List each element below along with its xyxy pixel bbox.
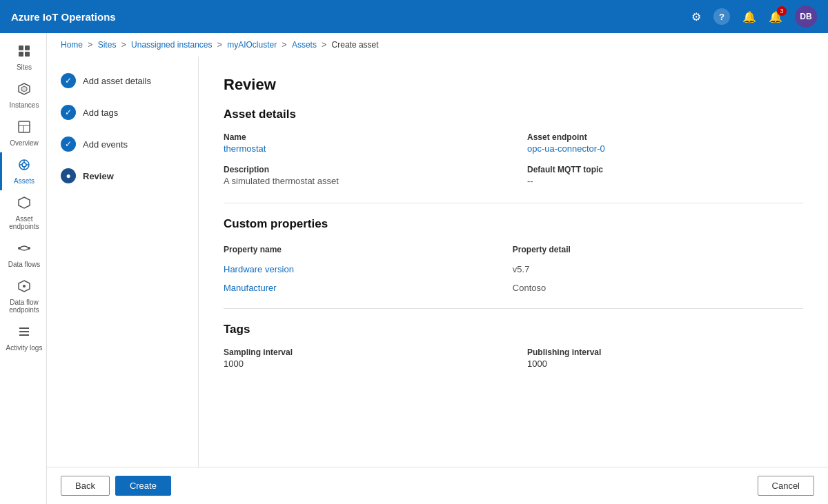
prop-value-0: v5.7 xyxy=(485,260,803,279)
sidebar-item-data-flows-label: Data flows xyxy=(8,261,41,268)
breadcrumb-assets[interactable]: Assets xyxy=(292,40,317,50)
step-label-2: Add tags xyxy=(83,108,118,118)
tags-grid: Sampling interval 1000 Publishing interv… xyxy=(224,347,803,369)
step-circle-3: ✓ xyxy=(61,137,76,152)
sidebar-item-data-flow-endpoints-label: Data flow endpoints xyxy=(5,299,43,314)
breadcrumb-sep-1: > xyxy=(88,40,95,50)
name-field: Name thermostat xyxy=(224,132,500,154)
custom-properties-title: Custom properties xyxy=(224,217,803,231)
sidebar-item-asset-endpoints-label: Asset endpoints xyxy=(5,215,43,230)
svg-marker-15 xyxy=(19,197,30,208)
mqtt-field: Default MQTT topic -- xyxy=(527,165,803,186)
description-field: Description A simulated thermostat asset xyxy=(224,165,500,186)
sidebar-item-activity-logs[interactable]: Activity logs xyxy=(0,319,46,357)
description-value: A simulated thermostat asset xyxy=(224,176,500,186)
svg-rect-2 xyxy=(19,52,23,57)
sidebar-item-activity-logs-label: Activity logs xyxy=(6,344,43,352)
footer: Back Create Cancel xyxy=(47,467,828,504)
svg-rect-1 xyxy=(25,46,30,50)
wizard-step-review[interactable]: ● Review xyxy=(61,168,184,183)
sidebar-item-overview-label: Overview xyxy=(10,139,39,147)
breadcrumb-home[interactable]: Home xyxy=(61,40,83,50)
breadcrumb-sep-4: > xyxy=(282,40,289,50)
wizard-step-add-asset-details[interactable]: ✓ Add asset details xyxy=(61,73,184,88)
divider-1 xyxy=(224,203,803,203)
step-label-3: Add events xyxy=(83,139,128,150)
sidebar-item-data-flows[interactable]: Data flows xyxy=(0,236,46,274)
assets-icon xyxy=(17,158,31,175)
sidebar-item-sites[interactable]: Sites xyxy=(0,39,46,77)
svg-rect-20 xyxy=(19,327,29,329)
sidebar-item-assets-label: Assets xyxy=(14,177,34,185)
step-label-4: Review xyxy=(83,171,114,181)
sidebar-item-instances-label: Instances xyxy=(10,101,39,109)
sampling-label: Sampling interval xyxy=(224,347,500,357)
bell-icon[interactable]: 🔔 xyxy=(742,10,756,23)
svg-rect-6 xyxy=(19,121,30,132)
publishing-label: Publishing interval xyxy=(527,347,803,357)
notification-icon[interactable]: 🔔 3 xyxy=(769,10,782,23)
divider-2 xyxy=(224,308,803,309)
prop-name-1: Manufacturer xyxy=(224,279,485,297)
sidebar-item-data-flow-endpoints[interactable]: Data flow endpoints xyxy=(0,274,46,319)
prop-row-0: Hardware version v5.7 xyxy=(224,260,803,279)
endpoint-value: opc-ua-connector-0 xyxy=(527,143,803,154)
breadcrumb-sep-5: > xyxy=(322,40,328,50)
mqtt-label: Default MQTT topic xyxy=(527,165,803,174)
col-property-name: Property name xyxy=(224,242,485,260)
breadcrumb: Home > Sites > Unassigned instances > my… xyxy=(47,33,828,57)
wizard-step-add-events[interactable]: ✓ Add events xyxy=(61,137,184,152)
sidebar-item-instances[interactable]: Instances xyxy=(0,77,46,114)
breadcrumb-sep-3: > xyxy=(217,40,224,50)
svg-rect-21 xyxy=(19,331,29,332)
name-value: thermostat xyxy=(224,143,500,154)
sidebar-item-assets[interactable]: Assets xyxy=(0,152,46,190)
avatar[interactable]: DB xyxy=(795,6,817,28)
step-label-1: Add asset details xyxy=(83,76,151,86)
overview-icon xyxy=(17,120,31,137)
page-body: ✓ Add asset details ✓ Add tags ✓ Add eve… xyxy=(47,57,828,467)
sidebar-item-overview[interactable]: Overview xyxy=(0,114,46,152)
back-button[interactable]: Back xyxy=(61,476,110,496)
main-layout: Sites Instances Overview Assets Asset en… xyxy=(0,33,828,504)
mqtt-value: -- xyxy=(527,176,803,186)
svg-point-16 xyxy=(18,247,21,250)
svg-point-17 xyxy=(28,247,30,250)
breadcrumb-sep-2: > xyxy=(121,40,128,50)
asset-details-title: Asset details xyxy=(224,108,803,121)
svg-marker-5 xyxy=(21,86,27,92)
description-label: Description xyxy=(224,165,500,174)
breadcrumb-sites[interactable]: Sites xyxy=(98,40,117,50)
sampling-value: 1000 xyxy=(224,359,500,369)
notification-badge: 3 xyxy=(777,6,787,16)
wizard-step-add-tags[interactable]: ✓ Add tags xyxy=(61,105,184,120)
svg-rect-0 xyxy=(19,46,23,50)
sidebar: Sites Instances Overview Assets Asset en… xyxy=(0,33,47,504)
create-button[interactable]: Create xyxy=(115,476,171,496)
topbar: Azure IoT Operations ⚙ ? 🔔 🔔 3 DB xyxy=(0,0,828,33)
prop-name-0: Hardware version xyxy=(224,260,485,279)
tags-title: Tags xyxy=(224,323,803,336)
breadcrumb-cluster[interactable]: myAIOcluster xyxy=(227,40,277,50)
publishing-field: Publishing interval 1000 xyxy=(527,347,803,369)
wizard-panel: ✓ Add asset details ✓ Add tags ✓ Add eve… xyxy=(47,57,199,467)
help-icon[interactable]: ? xyxy=(713,8,730,25)
svg-rect-3 xyxy=(25,52,30,57)
name-label: Name xyxy=(224,132,500,142)
settings-icon[interactable]: ⚙ xyxy=(691,10,701,23)
asset-details-grid: Name thermostat Asset endpoint opc-ua-co… xyxy=(224,132,803,186)
custom-properties-table: Property name Property detail Hardware v… xyxy=(224,242,803,297)
step-circle-4: ● xyxy=(61,168,76,183)
sidebar-item-asset-endpoints[interactable]: Asset endpoints xyxy=(0,190,46,236)
instances-icon xyxy=(17,82,31,99)
endpoint-field: Asset endpoint opc-ua-connector-0 xyxy=(527,132,803,154)
step-circle-2: ✓ xyxy=(61,105,76,120)
svg-point-19 xyxy=(23,285,26,288)
prop-row-1: Manufacturer Contoso xyxy=(224,279,803,297)
activity-logs-icon xyxy=(17,325,31,342)
sampling-field: Sampling interval 1000 xyxy=(224,347,500,369)
breadcrumb-unassigned[interactable]: Unassigned instances xyxy=(131,40,212,50)
review-panel: Review Asset details Name thermostat Ass… xyxy=(199,57,828,467)
svg-rect-22 xyxy=(19,334,29,336)
cancel-button[interactable]: Cancel xyxy=(758,476,814,496)
